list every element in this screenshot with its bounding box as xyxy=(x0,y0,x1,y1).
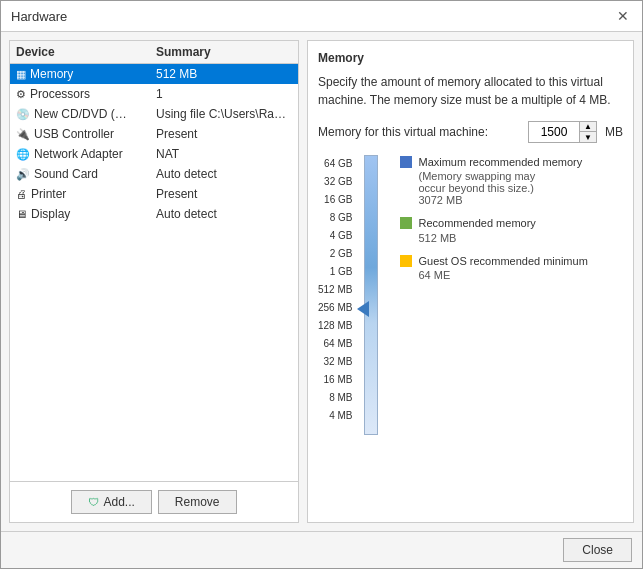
scale-label-1-GB: 1 GB xyxy=(330,263,353,281)
scale-label-32-GB: 32 GB xyxy=(324,173,352,191)
col-summary: Summary xyxy=(156,45,292,59)
device-name-processors: Processors xyxy=(30,87,90,101)
legend-max-box xyxy=(400,156,412,168)
legend-rec-value: 512 MB xyxy=(418,232,535,244)
device-icon-processors: ⚙ xyxy=(16,88,26,101)
remove-button[interactable]: Remove xyxy=(158,490,237,514)
memory-input-label: Memory for this virtual machine: xyxy=(318,125,520,139)
device-summary-printer: Present xyxy=(156,187,292,201)
device-name-memory: Memory xyxy=(30,67,73,81)
memory-spinner: ▲ ▼ xyxy=(528,121,597,143)
device-summary-sound: Auto detect xyxy=(156,167,292,181)
table-header: Device Summary xyxy=(10,41,298,64)
table-row-display[interactable]: 🖥 Display Auto detect xyxy=(10,204,298,224)
scale-bar-wrapper xyxy=(360,155,382,435)
scale-label-128-MB: 128 MB xyxy=(318,317,352,335)
legend-area: Maximum recommended memory (Memory swapp… xyxy=(400,155,587,281)
scale-labels: 64 GB32 GB16 GB8 GB4 GB2 GB1 GB512 MB256… xyxy=(318,155,352,425)
legend-rec-label: Recommended memory xyxy=(418,216,535,231)
memory-increment-button[interactable]: ▲ xyxy=(580,122,596,132)
add-button[interactable]: 🛡 Add... xyxy=(71,490,151,514)
device-name-cdrom: New CD/DVD (… xyxy=(34,107,127,121)
main-content: Device Summary ▦ Memory 512 MB ⚙ Process… xyxy=(1,32,642,531)
legend-guest-label: Guest OS recommended minimum xyxy=(418,254,587,269)
scale-label-4-GB: 4 GB xyxy=(330,227,353,245)
scale-label-8-GB: 8 GB xyxy=(330,209,353,227)
device-icon-usb: 🔌 xyxy=(16,128,30,141)
memory-input-row: Memory for this virtual machine: ▲ ▼ MB xyxy=(318,121,623,143)
scale-label-256-MB: 256 MB xyxy=(318,299,352,317)
device-panel: Device Summary ▦ Memory 512 MB ⚙ Process… xyxy=(9,40,299,523)
bottom-bar: Close xyxy=(1,531,642,568)
device-name-display: Display xyxy=(31,207,70,221)
legend-guest-min: Guest OS recommended minimum 64 ME xyxy=(400,254,587,281)
memory-unit-label: MB xyxy=(605,125,623,139)
legend-recommended: Recommended memory 512 MB xyxy=(400,216,587,243)
window-title: Hardware xyxy=(11,9,67,24)
legend-max-recommended: Maximum recommended memory (Memory swapp… xyxy=(400,155,587,206)
scale-label-4-MB: 4 MB xyxy=(329,407,352,425)
device-icon-cdrom: 💿 xyxy=(16,108,30,121)
memory-group-title: Memory xyxy=(318,51,623,65)
shield-icon: 🛡 xyxy=(88,496,99,508)
device-summary-processors: 1 xyxy=(156,87,292,101)
device-summary-usb: Present xyxy=(156,127,292,141)
memory-scale-bar xyxy=(364,155,378,435)
memory-group: Memory Specify the amount of memory allo… xyxy=(307,40,634,523)
device-table: Device Summary ▦ Memory 512 MB ⚙ Process… xyxy=(10,41,298,481)
scale-label-2-GB: 2 GB xyxy=(330,245,353,263)
legend-guest-box xyxy=(400,255,412,267)
table-row-printer[interactable]: 🖨 Printer Present xyxy=(10,184,298,204)
legend-guest-value: 64 ME xyxy=(418,269,587,281)
memory-description: Specify the amount of memory allocated t… xyxy=(318,73,623,109)
memory-scale-area: 64 GB32 GB16 GB8 GB4 GB2 GB1 GB512 MB256… xyxy=(318,155,623,435)
device-icon-display: 🖥 xyxy=(16,208,27,220)
table-row-usb[interactable]: 🔌 USB Controller Present xyxy=(10,124,298,144)
table-row-sound[interactable]: 🔊 Sound Card Auto detect xyxy=(10,164,298,184)
left-panel-buttons: 🛡 Add... Remove xyxy=(10,481,298,522)
memory-arrow-indicator xyxy=(357,301,369,317)
right-panel: Memory Specify the amount of memory allo… xyxy=(307,40,634,523)
table-row-memory[interactable]: ▦ Memory 512 MB xyxy=(10,64,298,84)
hardware-window: Hardware ✕ Device Summary ▦ Memory 512 M… xyxy=(0,0,643,569)
scale-label-64-GB: 64 GB xyxy=(324,155,352,173)
device-summary-display: Auto detect xyxy=(156,207,292,221)
scale-label-16-GB: 16 GB xyxy=(324,191,352,209)
scale-label-8-MB: 8 MB xyxy=(329,389,352,407)
table-row-cdrom[interactable]: 💿 New CD/DVD (… Using file C:\Users\Raph… xyxy=(10,104,298,124)
device-name-sound: Sound Card xyxy=(34,167,98,181)
device-icon-memory: ▦ xyxy=(16,68,26,81)
device-rows-container: ▦ Memory 512 MB ⚙ Processors 1 💿 New CD/… xyxy=(10,64,298,224)
device-summary-cdrom: Using file C:\Users\Raphaël Hertz... xyxy=(156,107,292,121)
device-icon-printer: 🖨 xyxy=(16,188,27,200)
device-name-printer: Printer xyxy=(31,187,66,201)
scale-label-64-MB: 64 MB xyxy=(324,335,353,353)
table-row-network[interactable]: 🌐 Network Adapter NAT xyxy=(10,144,298,164)
scale-label-512-MB: 512 MB xyxy=(318,281,352,299)
device-summary-network: NAT xyxy=(156,147,292,161)
bottom-close-button[interactable]: Close xyxy=(563,538,632,562)
scale-label-16-MB: 16 MB xyxy=(324,371,353,389)
device-name-usb: USB Controller xyxy=(34,127,114,141)
scale-label-32-MB: 32 MB xyxy=(324,353,353,371)
table-row-processors[interactable]: ⚙ Processors 1 xyxy=(10,84,298,104)
device-name-network: Network Adapter xyxy=(34,147,123,161)
col-device: Device xyxy=(16,45,156,59)
device-icon-network: 🌐 xyxy=(16,148,30,161)
device-icon-sound: 🔊 xyxy=(16,168,30,181)
legend-rec-box xyxy=(400,217,412,229)
legend-max-value: 3072 MB xyxy=(418,194,582,206)
legend-max-label: Maximum recommended memory xyxy=(418,155,582,170)
close-window-button[interactable]: ✕ xyxy=(614,7,632,25)
device-summary-memory: 512 MB xyxy=(156,67,292,81)
memory-value-input[interactable] xyxy=(529,123,579,141)
memory-decrement-button[interactable]: ▼ xyxy=(580,132,596,142)
title-bar: Hardware ✕ xyxy=(1,1,642,32)
legend-max-sub: (Memory swapping mayoccur beyond this si… xyxy=(418,170,582,194)
